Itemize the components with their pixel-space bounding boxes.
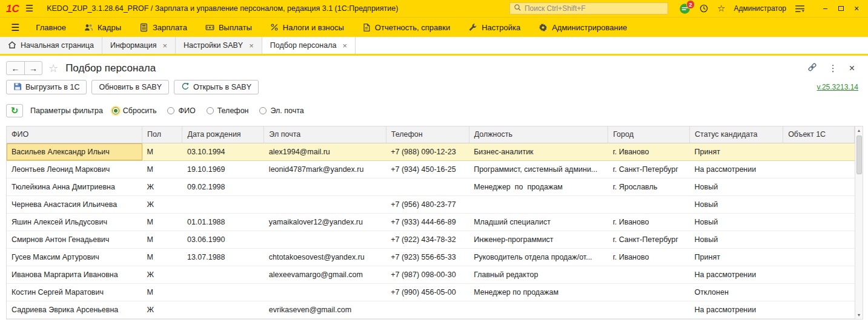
table-cell[interactable] xyxy=(783,248,855,266)
table-cell[interactable]: М xyxy=(142,213,182,231)
search-input[interactable] xyxy=(525,4,664,13)
table-cell[interactable] xyxy=(783,266,855,283)
table-cell[interactable]: Главный редактор xyxy=(469,266,608,283)
favorites-icon[interactable]: ☆ xyxy=(717,3,725,14)
table-cell[interactable] xyxy=(386,178,469,195)
table-cell[interactable]: г. Иваново xyxy=(608,248,690,266)
table-row[interactable]: Садриева Эврика АрсеньевнаЖevrikaseven@g… xyxy=(7,301,855,318)
menubar-item-hr[interactable]: Кадры xyxy=(75,18,130,37)
table-cell[interactable]: Ж xyxy=(142,195,182,213)
menubar-item-payments[interactable]: Выплаты xyxy=(196,18,261,37)
table-cell[interactable]: Принят xyxy=(690,143,783,160)
column-header[interactable]: Телефон xyxy=(386,126,469,143)
table-cell[interactable]: г. Ярославль xyxy=(608,178,690,195)
table-cell[interactable]: +7 (988) 090-12-23 xyxy=(386,143,469,160)
table-cell[interactable] xyxy=(608,301,690,318)
table-cell[interactable]: Костин Сергей Маратович xyxy=(7,283,142,301)
table-cell[interactable]: Васильев Александр Ильич xyxy=(7,143,142,160)
table-cell[interactable]: Менеджер по продажам xyxy=(469,283,608,301)
table-cell[interactable]: На рассмотрении xyxy=(690,160,783,178)
table-cell[interactable]: 19.10.1969 xyxy=(182,160,264,178)
column-header[interactable]: Город xyxy=(608,126,690,143)
table-cell[interactable]: Программист, системный админи... xyxy=(469,160,608,178)
table-cell[interactable] xyxy=(608,195,690,213)
table-cell[interactable]: г. Иваново xyxy=(608,143,690,160)
table-cell[interactable]: Иванова Маргарита Ивановна xyxy=(7,266,142,283)
table-row[interactable]: Иванова Маргарита ИвановнаЖalexeevamargo… xyxy=(7,266,855,283)
more-actions-icon[interactable]: ⋮ xyxy=(829,63,838,74)
table-cell[interactable]: +7 (987) 098-00-30 xyxy=(386,266,469,283)
table-cell[interactable]: Смирнов Антон Генадьевич xyxy=(7,231,142,248)
tab-saby-settings[interactable]: Настройки SABY× xyxy=(176,37,262,54)
open-in-saby-button[interactable]: Открыть в SABY xyxy=(174,80,259,94)
vertical-scrollbar[interactable]: ▲ ▼ xyxy=(855,126,863,319)
table-cell[interactable]: М xyxy=(142,231,182,248)
table-cell[interactable] xyxy=(182,195,264,213)
filter-radio-reset[interactable]: Сбросить xyxy=(112,107,157,115)
table-cell[interactable]: 13.07.1988 xyxy=(182,248,264,266)
table-row[interactable]: Васильев Александр ИльичМ03.10.1994alex1… xyxy=(7,143,855,160)
menubar-item-salary[interactable]: Зарплата xyxy=(130,18,196,37)
main-menu-icon[interactable]: ☰ xyxy=(25,3,33,14)
table-cell[interactable]: 09.02.1998 xyxy=(182,178,264,195)
table-cell[interactable]: Новый xyxy=(690,195,783,213)
table-cell[interactable] xyxy=(783,143,855,160)
table-cell[interactable]: +7 (922) 434-78-32 xyxy=(386,231,469,248)
table-cell[interactable]: М xyxy=(142,143,182,160)
version-link[interactable]: v.25.3213.14 xyxy=(817,83,858,91)
close-page-icon[interactable]: × xyxy=(849,63,855,74)
table-cell[interactable]: Тюлейкина Анна Дмитриевна xyxy=(7,178,142,195)
table-row[interactable]: Тюлейкина Анна ДмитриевнаЖ09.02.1998Мене… xyxy=(7,178,855,195)
scroll-down-icon[interactable]: ▼ xyxy=(857,311,861,319)
table-row[interactable]: Смирнов Антон ГенадьевичМ03.06.1990+7 (9… xyxy=(7,231,855,248)
table-cell[interactable] xyxy=(386,301,469,318)
table-cell[interactable]: leonid4787mark@yandex.ru xyxy=(264,160,386,178)
table-cell[interactable] xyxy=(469,301,608,318)
table-cell[interactable]: alex1994@mail.ru xyxy=(264,143,386,160)
menubar-item-taxes[interactable]: Налоги и взносы xyxy=(261,18,353,37)
table-cell[interactable] xyxy=(608,283,690,301)
tab-personnel-selection[interactable]: Подбор персонала× xyxy=(262,37,356,54)
table-cell[interactable]: 01.01.1988 xyxy=(182,213,264,231)
filter-radio-fio[interactable]: ФИО xyxy=(167,107,195,115)
tab-information[interactable]: Информация× xyxy=(102,37,176,54)
table-cell[interactable]: Младший специалист xyxy=(469,213,608,231)
table-cell[interactable] xyxy=(182,266,264,283)
table-cell[interactable]: alexeevamargo@gmail.com xyxy=(264,266,386,283)
table-cell[interactable] xyxy=(608,266,690,283)
table-cell[interactable] xyxy=(264,195,386,213)
table-cell[interactable]: Руководитель отдела продаж/от... xyxy=(469,248,608,266)
table-cell[interactable]: Садриева Эврика Арсеньевна xyxy=(7,301,142,318)
table-cell[interactable] xyxy=(264,178,386,195)
menubar-item-administration[interactable]: Администрирование xyxy=(529,18,636,37)
current-user[interactable]: Администратор xyxy=(734,4,786,13)
scroll-up-icon[interactable]: ▲ xyxy=(857,126,861,134)
tab-close-icon[interactable]: × xyxy=(249,41,254,50)
table-cell[interactable]: +7 (933) 444-66-89 xyxy=(386,213,469,231)
table-cell[interactable] xyxy=(783,178,855,195)
table-cell[interactable] xyxy=(783,283,855,301)
table-cell[interactable]: Отклонен xyxy=(690,283,783,301)
column-header[interactable]: Пол xyxy=(142,126,182,143)
table-cell[interactable]: Ж xyxy=(142,178,182,195)
discussions-icon[interactable]: 2 xyxy=(679,3,691,15)
table-cell[interactable]: +7 (956) 480-23-77 xyxy=(386,195,469,213)
table-cell[interactable]: Принят xyxy=(690,248,783,266)
table-cell[interactable]: Гусев Максим Артурович xyxy=(7,248,142,266)
maximize-button[interactable] xyxy=(833,1,849,16)
table-cell[interactable]: +7 (923) 556-65-33 xyxy=(386,248,469,266)
table-cell[interactable] xyxy=(783,301,855,318)
menubar-item-settings[interactable]: Настройка xyxy=(459,18,529,37)
table-cell[interactable]: Яшин Алексей Ильдусович xyxy=(7,213,142,231)
sections-menu-icon[interactable]: ☰ xyxy=(4,22,27,33)
add-to-favorites-icon[interactable]: ☆ xyxy=(48,62,58,75)
table-cell[interactable]: yamaikalover12@yandex.ru xyxy=(264,213,386,231)
table-row[interactable]: Гусев Максим АртуровичМ13.07.1988chtotak… xyxy=(7,248,855,266)
filter-radio-phone[interactable]: Телефон xyxy=(207,107,249,115)
scroll-thumb[interactable] xyxy=(856,136,862,174)
table-cell[interactable]: Чернева Анастасия Ильичева xyxy=(7,195,142,213)
table-cell[interactable]: Инженер-программист xyxy=(469,231,608,248)
table-cell[interactable]: 03.06.1990 xyxy=(182,231,264,248)
table-cell[interactable]: chtotakoesovest@yandex.ru xyxy=(264,248,386,266)
table-cell[interactable] xyxy=(783,213,855,231)
